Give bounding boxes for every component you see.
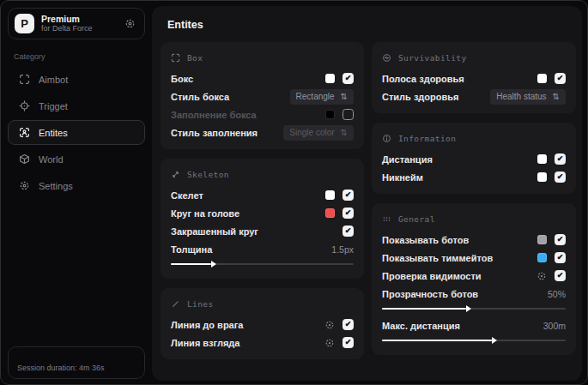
sidebar-item-aimbot[interactable]: Aimbot — [8, 67, 145, 92]
setting-label: Дистанция — [382, 154, 433, 165]
app-window: P Premium for Delta Force Category Aimbo… — [0, 0, 588, 385]
right-column: Survivability Полоса здоровья ✔ Стиль зд… — [372, 42, 576, 364]
checkbox[interactable]: ✔ — [342, 319, 354, 330]
setting-label: Закрашенный круг — [171, 226, 258, 237]
line-config-gear-icon[interactable] — [324, 320, 335, 330]
color-swatch[interactable] — [537, 235, 547, 244]
page-title: Entites — [167, 19, 576, 31]
setting-label: Линия до врага — [171, 320, 243, 330]
box-style-row: Стиль бокса Rectangle ⇅ — [171, 87, 354, 105]
checkbox[interactable]: ✔ — [342, 208, 354, 219]
main-panel: Entites Box Бокс ✔ — [152, 6, 582, 381]
sidebar-item-label: Settings — [39, 181, 73, 191]
sidebar-item-settings[interactable]: Settings — [8, 173, 145, 198]
slider-thumb[interactable] — [492, 337, 497, 344]
pencil-line-icon — [171, 299, 180, 309]
bot-opacity-value: 50% — [548, 289, 566, 299]
setting-label: Никнейм — [382, 172, 423, 183]
entities-person-scan-icon — [19, 127, 30, 138]
health-style-dropdown[interactable]: Health status ⇅ — [490, 89, 566, 105]
sidebar: P Premium for Delta Force Category Aimbo… — [8, 8, 145, 379]
max-distance-value: 300m — [543, 321, 566, 331]
enemy-line-row: Линия до врага ✔ — [171, 316, 354, 334]
session-duration-text: Session duration: 4m 36s — [17, 364, 105, 372]
bone-icon — [171, 170, 180, 179]
setting-label: Линия взгляда — [171, 338, 239, 348]
check-icon: ✔ — [557, 272, 564, 280]
check-icon: ✔ — [345, 75, 352, 82]
color-swatch[interactable] — [325, 74, 335, 83]
sidebar-item-entites[interactable]: Entites — [8, 120, 145, 145]
box-enabled-row: Бокс ✔ — [171, 69, 354, 87]
show-teammates-row: Показывать тиммейтов ✔ — [382, 249, 566, 267]
box-fill-style-row: Стиль заполнения Single color ⇅ — [171, 123, 354, 141]
visibility-check-row: Проверка видимости ✔ — [382, 267, 566, 285]
checkbox[interactable]: ✔ — [555, 153, 566, 165]
sidebar-item-trigget[interactable]: Trigget — [8, 93, 145, 118]
category-label: Category — [14, 52, 145, 61]
checkbox[interactable]: ✔ — [342, 109, 354, 120]
checkbox[interactable]: ✔ — [342, 337, 354, 348]
slider-track[interactable] — [382, 308, 566, 310]
checkbox[interactable]: ✔ — [555, 270, 566, 281]
sidebar-item-label: Trigget — [39, 101, 68, 111]
aimbot-viewfinder-icon — [19, 74, 30, 85]
checkbox[interactable]: ✔ — [555, 252, 566, 263]
checkbox[interactable]: ✔ — [555, 171, 566, 183]
color-swatch[interactable] — [537, 154, 547, 164]
sidebar-item-world[interactable]: World — [8, 147, 145, 171]
brand-settings-icon[interactable] — [124, 18, 136, 29]
color-swatch[interactable] — [537, 253, 547, 262]
skeleton-card: Skeleton Скелет ✔ Круг на голове ✔ — [161, 159, 364, 279]
checkbox[interactable]: ✔ — [342, 189, 354, 201]
thickness-slider[interactable] — [171, 259, 354, 269]
check-icon: ✔ — [345, 321, 352, 328]
left-column: Box Бокс ✔ Стиль бокса Rectangle ⇅ — [161, 42, 364, 369]
nickname-row: Никнейм ✔ — [382, 168, 566, 186]
setting-label: Полоса здоровья — [382, 74, 464, 84]
visibility-config-gear-icon[interactable] — [536, 271, 547, 281]
slider-thumb[interactable] — [211, 261, 216, 268]
brand-subtitle: for Delta Force — [41, 24, 93, 33]
sidebar-item-label: Entites — [39, 128, 68, 138]
setting-label: Макс. дистанция — [382, 321, 460, 331]
checkbox[interactable]: ✔ — [555, 73, 566, 84]
skeleton-section-header: Skeleton — [171, 167, 354, 181]
checkbox[interactable]: ✔ — [555, 234, 566, 245]
bot-opacity-slider[interactable] — [382, 304, 566, 314]
settings-gear-icon — [19, 180, 30, 191]
trigger-target-icon — [19, 100, 30, 111]
slider-thumb[interactable] — [466, 305, 471, 312]
setting-label: Показывать тиммейтов — [382, 253, 493, 263]
line-config-gear-icon[interactable] — [324, 338, 335, 348]
check-icon: ✔ — [557, 155, 564, 163]
max-distance-slider[interactable] — [382, 335, 566, 346]
information-card: Information Дистанция ✔ Никнейм ✔ — [372, 123, 576, 194]
sidebar-item-label: Aimbot — [39, 75, 68, 85]
checkbox[interactable]: ✔ — [342, 73, 354, 84]
color-swatch[interactable] — [537, 74, 547, 83]
color-swatch[interactable] — [325, 190, 335, 200]
setting-label: Скелет — [171, 190, 203, 201]
health-style-row: Стиль здоровья Health status ⇅ — [382, 87, 566, 105]
box-style-dropdown[interactable]: Rectangle ⇅ — [290, 89, 354, 105]
bot-opacity-row: Прозрачность ботов 50% — [382, 285, 566, 303]
box-card: Box Бокс ✔ Стиль бокса Rectangle ⇅ — [161, 42, 364, 149]
checkbox[interactable]: ✔ — [342, 226, 354, 237]
section-title: Information — [398, 134, 456, 143]
view-line-row: Линия взгляда ✔ — [171, 334, 354, 352]
slider-track[interactable] — [382, 340, 566, 341]
color-swatch[interactable] — [325, 208, 335, 218]
brand-logo: P — [15, 14, 34, 33]
setting-label: Проверка видимости — [382, 271, 482, 281]
skeleton-enabled-row: Скелет ✔ — [171, 186, 354, 204]
slider-fill — [382, 308, 466, 310]
fill-style-dropdown[interactable]: Single color ⇅ — [283, 125, 354, 141]
thickness-row: Толщина 1.5px — [171, 240, 354, 258]
brand-card: P Premium for Delta Force — [8, 8, 145, 39]
unfold-icon: ⇅ — [341, 129, 348, 137]
color-swatch[interactable] — [537, 172, 547, 182]
slider-track[interactable] — [171, 263, 354, 265]
color-swatch[interactable] — [325, 110, 335, 119]
setting-label: Бокс — [171, 74, 193, 84]
